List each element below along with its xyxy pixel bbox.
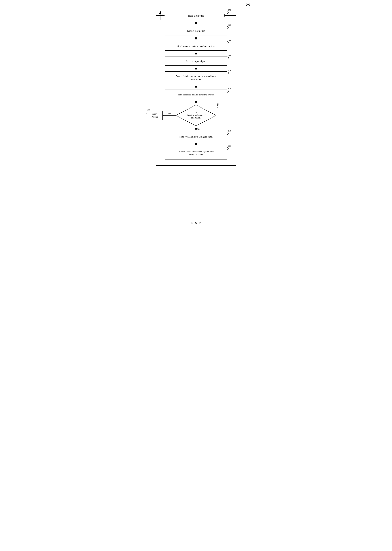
svg-text:Do: Do [195, 111, 197, 114]
svg-text:216: 216 [147, 109, 150, 111]
main-diagram: Read Biometric 202 Extract Biometric 204… [147, 8, 245, 218]
svg-text:Read Biometric: Read Biometric [188, 14, 204, 17]
svg-text:Control access to accessed sys: Control access to accessed system with [178, 150, 214, 153]
svg-text:Weigand panel: Weigand panel [189, 153, 203, 156]
svg-text:Extract Biometric: Extract Biometric [187, 29, 205, 32]
main-page: 200 Read Biometric 202 [137, 0, 255, 231]
svg-text:Yes: Yes [197, 128, 200, 130]
svg-text:214: 214 [217, 103, 220, 105]
svg-text:218: 218 [228, 130, 231, 132]
fig-caption: FIG. 2 [140, 221, 252, 225]
svg-text:208: 208 [228, 54, 231, 57]
svg-rect-104 [165, 147, 227, 159]
svg-text:204: 204 [228, 24, 231, 26]
svg-text:Access data from memory corres: Access data from memory corresponding to [176, 75, 217, 77]
svg-text:No: No [168, 113, 171, 115]
svg-text:210: 210 [228, 69, 231, 72]
svg-text:input signal: input signal [191, 78, 201, 80]
svg-rect-94 [147, 111, 163, 120]
svg-text:Send biometric data to matchin: Send biometric data to matching system [177, 45, 215, 47]
svg-text:Send Wiegand ID to Weigand pan: Send Wiegand ID to Weigand panel [179, 136, 213, 138]
svg-text:biometric and accessed: biometric and accessed [186, 114, 206, 116]
svg-text:220: 220 [228, 145, 231, 147]
svg-text:Send accessed data to matching: Send accessed data to matching system [178, 93, 214, 96]
svg-text:Deny: Deny [152, 113, 158, 115]
svg-text:Receive input signal: Receive input signal [186, 60, 206, 63]
svg-text:Access: Access [152, 115, 158, 118]
diagram-svg: Read Biometric 202 Extract Biometric 204… [147, 8, 245, 218]
svg-text:206: 206 [228, 39, 231, 41]
svg-rect-78 [165, 72, 227, 84]
svg-text:212: 212 [228, 87, 231, 90]
svg-text:data match?: data match? [191, 117, 201, 119]
svg-text:202: 202 [228, 9, 231, 11]
page-num: 200 [246, 3, 250, 6]
